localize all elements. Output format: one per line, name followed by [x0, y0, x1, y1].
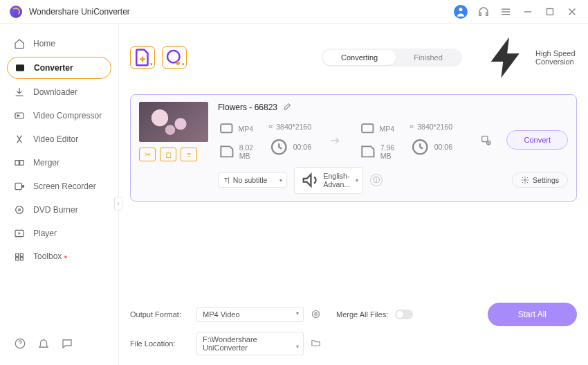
sidebar-item-label: Screen Recorder [33, 181, 96, 191]
maximize-button[interactable] [544, 6, 556, 18]
merge-label: Merge All Files: [336, 310, 388, 319]
source-format: MP4 [218, 120, 253, 137]
high-speed-toggle[interactable]: High Speed Conversion [483, 33, 577, 82]
output-format-select[interactable]: MP4 Video [196, 307, 304, 322]
source-duration: 00:06 [268, 136, 311, 158]
toolbox-icon [14, 251, 25, 262]
sidebar-item-recorder[interactable]: Screen Recorder [7, 176, 111, 197]
settings-button[interactable]: Settings [512, 172, 568, 188]
app-logo [10, 6, 22, 18]
svg-rect-4 [15, 161, 19, 166]
svg-rect-14 [20, 258, 23, 260]
minimize-button[interactable] [522, 6, 534, 18]
sidebar-item-home[interactable]: Home [7, 33, 111, 54]
sidebar-item-label: Merger [33, 158, 59, 168]
sidebar-item-downloader[interactable]: Downloader [7, 82, 111, 103]
svg-point-8 [16, 206, 24, 214]
app-title: Wondershare UniConverter [29, 7, 454, 17]
recorder-icon [14, 181, 25, 192]
svg-rect-17 [221, 124, 232, 132]
sidebar-item-label: Player [33, 229, 57, 238]
sidebar-item-label: Toolbox [33, 251, 67, 262]
downloader-icon [14, 87, 25, 98]
subtitle-dropdown[interactable]: T|No subtitle [218, 172, 287, 188]
sidebar-item-label: Video Editor [33, 134, 78, 144]
headset-icon[interactable] [477, 6, 490, 18]
svg-rect-11 [16, 253, 19, 256]
sidebar-item-label: Downloader [33, 87, 77, 97]
svg-rect-12 [20, 253, 23, 256]
dvd-icon [14, 204, 25, 215]
add-file-button[interactable] [130, 46, 155, 69]
merger-icon [14, 157, 25, 168]
bell-icon[interactable] [37, 337, 50, 350]
source-resolution: 3840*2160 [268, 123, 311, 131]
open-folder-icon[interactable] [311, 338, 321, 350]
arrow-icon: ➔ [327, 134, 344, 147]
start-all-button[interactable]: Start All [488, 303, 577, 326]
file-card: ✂ ◻ ≡ Flowers - 66823 MP4 8.02 MB [130, 94, 577, 201]
add-dvd-button[interactable] [162, 46, 187, 69]
svg-rect-6 [15, 183, 21, 189]
file-name: Flowers - 66823 [218, 103, 277, 112]
trim-button[interactable]: ✂ [139, 148, 156, 161]
close-button[interactable] [566, 6, 578, 18]
target-format: MP4 [359, 120, 394, 137]
svg-rect-2 [16, 64, 24, 71]
editor-icon [14, 134, 25, 145]
file-location-select[interactable]: F:\Wondershare UniConverter [196, 332, 304, 355]
sidebar-item-player[interactable]: Player [7, 223, 111, 244]
audio-dropdown[interactable]: English-Advan... [294, 167, 363, 193]
sidebar-item-label: DVD Burner [33, 205, 78, 215]
svg-point-7 [22, 186, 24, 188]
edit-name-icon[interactable] [283, 102, 292, 113]
home-icon [14, 38, 25, 49]
collapse-sidebar-button[interactable]: ‹ [114, 197, 122, 211]
source-size: 8.02 MB [218, 143, 253, 161]
help-icon[interactable] [14, 337, 26, 350]
svg-point-9 [19, 209, 21, 211]
compressor-icon [14, 110, 25, 121]
sidebar-item-compressor[interactable]: Video Compressor [7, 105, 111, 126]
target-duration: 00:06 [410, 136, 452, 158]
tab-finished[interactable]: Finished [396, 50, 461, 65]
target-resolution: 3840*2160 [410, 123, 452, 131]
effect-button[interactable]: ≡ [181, 148, 197, 161]
sidebar-item-editor[interactable]: Video Editor [7, 129, 111, 150]
tab-converting[interactable]: Converting [323, 50, 396, 65]
file-location-label: File Location: [130, 339, 190, 348]
user-avatar[interactable] [454, 5, 468, 19]
info-button[interactable]: ⓘ [370, 174, 383, 186]
format-settings-icon[interactable] [311, 309, 321, 321]
player-icon [14, 228, 25, 239]
svg-rect-18 [269, 126, 272, 128]
sidebar-item-merger[interactable]: Merger [7, 152, 111, 173]
crop-button[interactable]: ◻ [160, 148, 176, 161]
menu-icon[interactable] [499, 6, 512, 18]
sidebar-item-converter[interactable]: Converter [7, 57, 111, 79]
sidebar-item-dvd[interactable]: DVD Burner [7, 199, 111, 220]
svg-rect-5 [20, 161, 24, 166]
video-thumbnail[interactable] [139, 102, 208, 142]
output-settings-icon[interactable] [480, 134, 491, 146]
sidebar-item-label: Video Compressor [33, 111, 102, 121]
sidebar-item-label: Home [33, 39, 55, 48]
svg-point-16 [167, 51, 180, 63]
svg-rect-23 [482, 136, 488, 142]
svg-point-27 [315, 312, 318, 315]
svg-rect-20 [362, 124, 373, 132]
svg-rect-13 [16, 258, 19, 260]
svg-rect-1 [547, 8, 553, 15]
svg-rect-21 [410, 126, 413, 128]
merge-toggle[interactable] [395, 310, 413, 319]
convert-button[interactable]: Convert [506, 130, 568, 150]
output-format-label: Output Format: [130, 310, 190, 319]
converter-icon [15, 62, 26, 73]
sidebar-item-toolbox[interactable]: Toolbox [7, 247, 111, 267]
tab-group: Converting Finished [322, 48, 462, 66]
svg-point-25 [524, 179, 526, 181]
target-size: 7.96 MB [359, 143, 394, 161]
svg-point-0 [459, 8, 463, 11]
feedback-icon[interactable] [61, 337, 73, 350]
sidebar-item-label: Converter [34, 63, 73, 73]
